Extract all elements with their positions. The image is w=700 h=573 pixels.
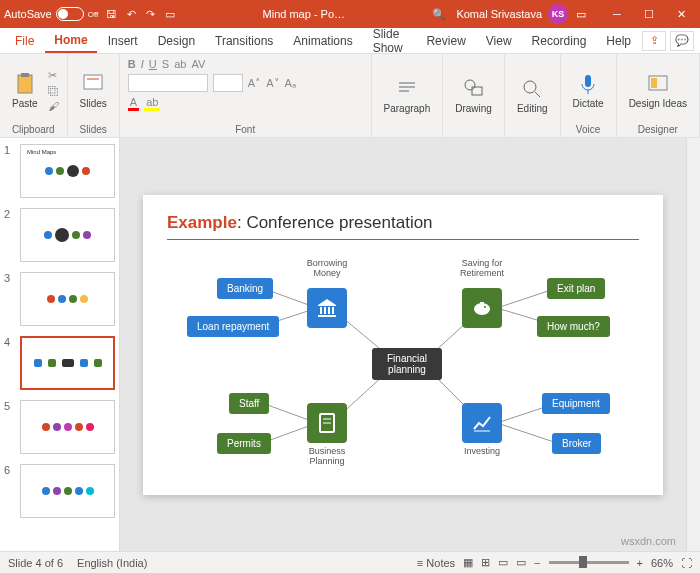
normal-view-icon[interactable]: ▦ (463, 556, 473, 569)
zoom-level[interactable]: 66% (651, 557, 673, 569)
user-name: Komal Srivastava (456, 8, 542, 20)
spacing-button[interactable]: AV (191, 58, 205, 70)
cut-icon[interactable]: ✂ (48, 69, 59, 82)
save-icon[interactable]: 🖫 (106, 8, 117, 20)
increase-font-button[interactable]: A˄ (248, 77, 261, 90)
thumbnail-4[interactable]: 4 (4, 336, 115, 390)
tab-view[interactable]: View (477, 30, 521, 52)
slides-button[interactable]: Slides (76, 70, 111, 111)
zoom-out-button[interactable]: − (534, 557, 540, 569)
underline-button[interactable]: U (149, 58, 157, 70)
reading-view-icon[interactable]: ▭ (498, 556, 508, 569)
vertical-scrollbar[interactable] (686, 138, 700, 551)
format-painter-icon[interactable]: 🖌 (48, 100, 59, 112)
maximize-icon[interactable]: ☐ (634, 8, 664, 21)
text-shadow-button[interactable]: ab (174, 58, 186, 70)
minimize-icon[interactable]: ─ (602, 8, 632, 21)
highlight-icon[interactable]: ab (144, 96, 160, 111)
design-ideas-button[interactable]: Design Ideas (625, 70, 691, 111)
tab-file[interactable]: File (6, 30, 43, 52)
design-ideas-icon (646, 72, 670, 96)
paste-button[interactable]: Paste (8, 70, 42, 111)
status-bar: Slide 4 of 6 English (India) ≡ Notes ▦ ⊞… (0, 551, 700, 573)
tab-design[interactable]: Design (149, 30, 204, 52)
paragraph-button[interactable]: Paragraph (380, 75, 435, 116)
node-howmuch[interactable]: How much? (537, 316, 610, 337)
sorter-view-icon[interactable]: ⊞ (481, 556, 490, 569)
slideshow-icon[interactable]: ▭ (165, 8, 175, 21)
node-saving-icon[interactable] (462, 288, 502, 328)
node-equipment[interactable]: Equipment (542, 393, 610, 414)
copy-icon[interactable]: ⿻ (48, 85, 59, 97)
node-borrowing-icon[interactable] (307, 288, 347, 328)
slide[interactable]: Example: Conference presentation (143, 195, 663, 495)
font-color-icon[interactable]: A (128, 96, 139, 111)
share-icon[interactable]: ⇪ (642, 31, 666, 51)
slide-title: Example: Conference presentation (167, 213, 639, 233)
title-bar: AutoSave Off 🖫 ↶ ↷ ▭ Mind map - Po… 🔍 Ko… (0, 0, 700, 28)
language-button[interactable]: English (India) (77, 557, 147, 569)
font-family-select[interactable] (128, 74, 208, 92)
slide-canvas[interactable]: Example: Conference presentation (120, 138, 686, 551)
font-size-select[interactable] (213, 74, 243, 92)
user-account[interactable]: Komal Srivastava KS (456, 4, 568, 24)
tab-review[interactable]: Review (417, 30, 474, 52)
tab-animations[interactable]: Animations (284, 30, 361, 52)
drawing-button[interactable]: Drawing (451, 75, 496, 116)
node-permits[interactable]: Permits (217, 433, 271, 454)
tab-transitions[interactable]: Transitions (206, 30, 282, 52)
svg-rect-14 (651, 78, 657, 88)
group-font: B I U S ab AV A˄ A˅ Aₐ A ab Font (120, 54, 372, 137)
svg-point-9 (524, 81, 536, 93)
thumbnail-3[interactable]: 3 (4, 272, 115, 326)
document-title: Mind map - Po… (175, 8, 432, 20)
dictate-button[interactable]: Dictate (569, 70, 608, 111)
slide-thumbnails[interactable]: 1Mind Maps 2 3 4 5 6 (0, 138, 120, 551)
thumbnail-1[interactable]: 1Mind Maps (4, 144, 115, 198)
strike-button[interactable]: S (162, 58, 169, 70)
node-investing-icon[interactable] (462, 403, 502, 443)
zoom-in-button[interactable]: + (637, 557, 643, 569)
svg-line-10 (535, 92, 540, 97)
node-center[interactable]: Financial planning (372, 348, 442, 380)
thumbnail-6[interactable]: 6 (4, 464, 115, 518)
close-icon[interactable]: ✕ (666, 8, 696, 21)
ribbon-display-icon[interactable]: ▭ (576, 8, 586, 21)
label-saving: Saving for Retirement (452, 258, 512, 278)
thumbnail-2[interactable]: 2 (4, 208, 115, 262)
fit-window-icon[interactable]: ⛶ (681, 557, 692, 569)
autosave-state: Off (88, 10, 99, 19)
thumbnail-5[interactable]: 5 (4, 400, 115, 454)
tab-help[interactable]: Help (597, 30, 640, 52)
undo-icon[interactable]: ↶ (127, 8, 136, 21)
slide-counter[interactable]: Slide 4 of 6 (8, 557, 63, 569)
node-staff[interactable]: Staff (229, 393, 269, 414)
editing-button[interactable]: Editing (513, 75, 552, 116)
node-broker[interactable]: Broker (552, 433, 601, 454)
tab-recording[interactable]: Recording (523, 30, 596, 52)
comments-icon[interactable]: 💬 (670, 31, 694, 51)
slideshow-view-icon[interactable]: ▭ (516, 556, 526, 569)
svg-point-28 (484, 306, 486, 308)
redo-icon[interactable]: ↷ (146, 8, 155, 21)
ribbon: Paste ✂ ⿻ 🖌 Clipboard Slides Slides B I … (0, 54, 700, 138)
svg-rect-29 (480, 302, 484, 304)
zoom-slider[interactable] (549, 561, 629, 564)
tab-home[interactable]: Home (45, 29, 96, 53)
toggle-off-icon[interactable] (56, 7, 84, 21)
node-exit[interactable]: Exit plan (547, 278, 605, 299)
workspace: 1Mind Maps 2 3 4 5 6 Example: Conference… (0, 138, 700, 551)
search-icon[interactable]: 🔍 (432, 8, 446, 21)
node-banking[interactable]: Banking (217, 278, 273, 299)
bold-button[interactable]: B (128, 58, 136, 70)
clear-format-button[interactable]: Aₐ (285, 77, 296, 90)
svg-point-27 (474, 303, 490, 315)
notes-button[interactable]: ≡ Notes (417, 557, 455, 569)
italic-button[interactable]: I (141, 58, 144, 70)
decrease-font-button[interactable]: A˅ (266, 77, 279, 90)
autosave-toggle[interactable]: AutoSave Off (4, 7, 98, 21)
node-loan[interactable]: Loan repayment (187, 316, 279, 337)
tab-insert[interactable]: Insert (99, 30, 147, 52)
node-business-icon[interactable] (307, 403, 347, 443)
svg-rect-0 (18, 75, 32, 93)
